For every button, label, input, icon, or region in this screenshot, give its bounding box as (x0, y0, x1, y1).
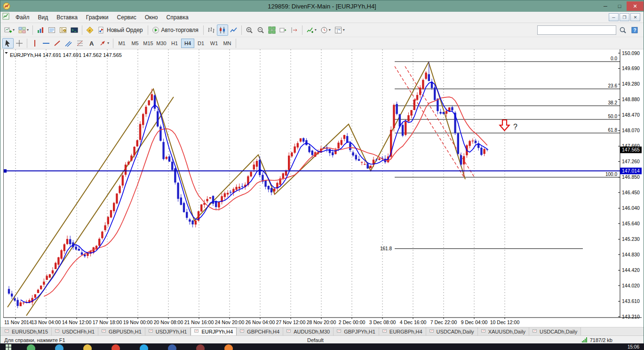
new-order-button[interactable]: Новый Ордер (95, 24, 145, 36)
price-axis-labels[interactable]: 150.090149.690149.280148.880148.470148.0… (618, 50, 640, 319)
taskbar-app-8[interactable] (224, 344, 233, 350)
chart-tab-GBPCHFh,H4[interactable]: GBPCHFh,H4 (237, 327, 283, 335)
maximize-button[interactable]: □ (612, 1, 627, 11)
taskbar-app-5[interactable] (140, 344, 148, 350)
zoom-in-button[interactable] (244, 24, 255, 36)
chart-canvas[interactable]: 0.023.638.250.061.8100.0161.8150.090149.… (3, 49, 642, 327)
equidistant-channel-button[interactable] (63, 38, 74, 48)
tab-chart-icon (286, 329, 292, 334)
menu-file[interactable]: Файл (11, 13, 34, 22)
svg-text:?: ? (634, 28, 636, 33)
titlebar[interactable]: 129859: DivenFX-Main - [EURJPYh,H4] ─ □ … (0, 0, 644, 12)
horizontal-line-button[interactable] (40, 38, 52, 48)
taskbar-app-4[interactable] (111, 344, 120, 350)
timeframe-MN[interactable]: MN (221, 39, 234, 48)
menu-service[interactable]: Сервис (113, 13, 141, 22)
timeframe-M1[interactable]: M1 (115, 39, 128, 48)
chart-tab-EURJPYh,H4[interactable]: EURJPYh,H4 (191, 327, 237, 335)
auto-trading-label: Авто-торговля (160, 27, 199, 33)
new-chart-button[interactable]: ▾ (2, 24, 16, 36)
taskbar-app-7[interactable] (196, 344, 205, 350)
timeframe-D1[interactable]: D1 (194, 39, 207, 48)
window-title: 129859: DivenFX-Main - [EURJPYh,H4] (0, 3, 644, 10)
taskbar-app-1[interactable] (27, 344, 35, 350)
dropdown-arrow-icon: ▾ (343, 28, 345, 32)
hline-anchor[interactable] (3, 169, 7, 173)
time-tick-label: 26 Nov 04:00 (246, 319, 275, 325)
arrow-objects-button[interactable]: ▾ (97, 38, 111, 48)
zoom-out-button[interactable] (255, 24, 266, 36)
auto-scroll-button[interactable] (278, 24, 289, 36)
bar-chart-button[interactable] (206, 24, 217, 36)
fib-label: 38.2 (608, 100, 618, 105)
menu-insert[interactable]: Вставка (52, 13, 82, 22)
market-watch-button[interactable] (35, 24, 46, 36)
profiles-button[interactable]: ▾ (16, 24, 31, 36)
tile-windows-button[interactable] (266, 24, 278, 36)
fib-label: 50.0 (608, 114, 618, 119)
crosshair-icon (16, 40, 23, 47)
templates-button[interactable]: ▾ (333, 24, 347, 36)
chart-tab-GBPUSDh,H1[interactable]: GBPUSDh,H1 (98, 327, 145, 335)
line-chart-button[interactable] (228, 24, 239, 36)
text-label-button[interactable]: A (86, 38, 97, 48)
chart-tab-AUDUSDh,M30[interactable]: AUDUSDh,M30 (283, 327, 334, 335)
close-button[interactable]: ✕ (627, 1, 644, 11)
taskbar-app-2[interactable] (55, 344, 64, 350)
time-axis-labels[interactable]: 11 Nov 201413 Nov 04:0014 Nov 12:0017 No… (4, 318, 519, 325)
navigator-button[interactable] (57, 24, 69, 36)
chart-tab-USDCHFh,H1[interactable]: USDCHFh,H1 (52, 327, 98, 335)
chart-tab-EURUSDh,M15[interactable]: EURUSDh,M15 (1, 327, 52, 335)
fibonacci-retracement-button[interactable] (74, 38, 86, 48)
crosshair-button[interactable] (14, 38, 25, 48)
tab-label: GBPCHFh,H4 (247, 329, 279, 334)
timeframe-M30[interactable]: M30 (155, 39, 168, 48)
start-button[interactable] (0, 343, 17, 350)
chart-tab-USDJPYh,H1[interactable]: USDJPYh,H1 (145, 327, 191, 335)
current-price-marker: 147.565 (620, 147, 642, 153)
status-profile: Default (307, 337, 324, 343)
ohlc-expand-icon[interactable] (5, 52, 8, 54)
metaeditor-button[interactable]: e (84, 24, 95, 36)
candlestick-chart-button[interactable] (217, 24, 228, 36)
price-tick-label: 145.230 (622, 236, 640, 242)
taskbar-app-3[interactable] (83, 344, 92, 350)
tab-label: USDCADh,Daily (540, 329, 577, 334)
terminal-button[interactable] (69, 24, 80, 36)
indicators-button[interactable]: ▾ (304, 24, 318, 36)
chart-tab-EURGBPh,H4[interactable]: EURGBPh,H4 (379, 327, 426, 335)
timeframe-H1[interactable]: H1 (168, 39, 181, 48)
periods-button[interactable]: ▾ (318, 24, 333, 36)
timeframe-H4[interactable]: H4 (181, 39, 194, 48)
chart-shift-button[interactable] (289, 24, 300, 36)
question-mark-annotation[interactable]: ? (513, 123, 517, 131)
timeframe-M5[interactable]: M5 (128, 39, 142, 48)
auto-trading-button[interactable]: Авто-торговля (150, 24, 201, 36)
price-tick-label: 146.850 (622, 174, 640, 180)
price-tick-label: 150.090 (622, 50, 640, 56)
mdi-close-button[interactable]: ✕ (630, 13, 640, 21)
chart-tab-USDCADh,Daily[interactable]: USDCADh,Daily (529, 327, 581, 335)
trendline-button[interactable] (52, 38, 63, 48)
vertical-line-button[interactable] (29, 38, 40, 48)
timeframe-M15[interactable]: M15 (142, 39, 155, 48)
help-book-button[interactable]: ? (629, 25, 640, 35)
chart-tab-GBPJPYh,H1[interactable]: GBPJPYh,H1 (334, 327, 379, 335)
down-arrow-annotation[interactable] (500, 120, 509, 131)
chart-tab-XAUUSDh,Daily[interactable]: XAUUSDh,Daily (478, 327, 529, 335)
taskbar-app-6[interactable] (168, 344, 176, 350)
minimize-button[interactable]: ─ (598, 1, 612, 11)
mdi-minimize-button[interactable]: ─ (609, 13, 619, 21)
menu-help[interactable]: Справка (162, 13, 193, 22)
data-window-button[interactable] (46, 24, 57, 36)
search-input[interactable] (537, 25, 616, 35)
menu-view[interactable]: Вид (34, 13, 53, 22)
cursor-button[interactable] (2, 38, 14, 48)
menu-window[interactable]: Окно (141, 13, 162, 22)
chart-tab-USDCADh,Daily[interactable]: USDCADh,Daily (426, 327, 478, 335)
tab-label: XAUUSDh,Daily (488, 329, 525, 334)
mdi-restore-button[interactable]: ❐ (620, 13, 629, 21)
timeframe-W1[interactable]: W1 (207, 39, 221, 48)
search-button[interactable] (618, 25, 628, 35)
menu-charts[interactable]: Графики (82, 13, 113, 22)
